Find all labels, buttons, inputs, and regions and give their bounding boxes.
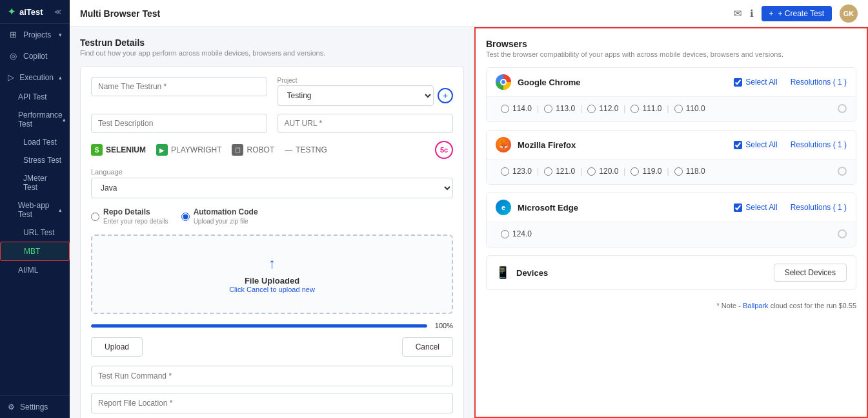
panel-title: Testrun Details xyxy=(80,37,464,48)
firefox-custom-radio[interactable] xyxy=(838,167,847,176)
sidebar-item-copilot[interactable]: ◎ Copilot xyxy=(0,45,70,67)
sidebar-item-jmeter-test[interactable]: JMeter Test xyxy=(0,169,70,196)
project-label: Project xyxy=(278,77,454,84)
edge-card: e Microsoft Edge Select All Resolutions … xyxy=(486,193,856,247)
desc-url-row xyxy=(91,114,453,133)
firefox-header: 🦊 Mozilla Firefox Select All Resolutions… xyxy=(487,131,856,159)
chrome-select-all[interactable]: Select All xyxy=(734,78,777,87)
left-panel: Testrun Details Find out how your app pe… xyxy=(70,27,474,418)
sidebar-logo: ✦ aiTest ≪ xyxy=(0,0,70,24)
sidebar-item-execution[interactable]: ▷ Execution ▴ xyxy=(0,67,70,88)
chrome-logo xyxy=(496,74,511,90)
testng-label: TESTNG xyxy=(296,145,327,154)
name-project-row: Project Testing + xyxy=(91,77,453,106)
version-item: 123.0 xyxy=(496,165,537,178)
progress-bar-fill xyxy=(91,324,427,328)
firefox-resolutions-link[interactable]: Resolutions ( 1 ) xyxy=(791,140,847,149)
right-panel: Browsers Test the browser compatibility … xyxy=(474,27,868,418)
topbar: Multi Browser Test ✉ ℹ + + Create Test G… xyxy=(70,0,868,27)
language-select[interactable]: Java xyxy=(91,178,453,198)
edge-name: Microsoft Edge xyxy=(518,203,727,213)
sidebar-collapse-icon[interactable]: ≪ xyxy=(54,8,62,16)
sidebar-item-projects[interactable]: ⊞ Projects ▾ xyxy=(0,24,70,45)
chevron-icon: ▾ xyxy=(59,32,62,38)
create-test-button[interactable]: + + Create Test xyxy=(762,6,833,21)
execution-icon: ▷ xyxy=(8,72,14,82)
sidebar-item-performance-test[interactable]: Performance Test ▴ xyxy=(0,106,70,133)
selenium-icon: S xyxy=(91,144,103,156)
add-project-button[interactable]: + xyxy=(438,88,453,103)
version-item: 119.0 xyxy=(625,165,667,178)
upload-icon: ↑ xyxy=(105,255,439,272)
ballpark-link[interactable]: Ballpark xyxy=(743,302,769,309)
code-source-radio-row: Repo Details Enter your repo details Aut… xyxy=(91,207,453,225)
sidebar: ✦ aiTest ≪ ⊞ Projects ▾ ◎ Copilot ▷ Exec… xyxy=(0,0,70,418)
desc-group xyxy=(91,114,267,133)
tab-robot[interactable]: ☐ ROBOT xyxy=(232,141,274,158)
sidebar-item-mbt[interactable]: MBT xyxy=(0,242,70,261)
edge-custom-radio[interactable] xyxy=(838,229,847,238)
framework-tabs: S SELENIUM ▶ PLAYWRIGHT ☐ ROBOT — TESTNG xyxy=(91,141,453,159)
chrome-versions: 114.0 | 113.0 | 112.0 | 111.0 | 110.0 xyxy=(487,96,856,121)
chevron-icon: ▴ xyxy=(59,207,62,213)
tab-testng[interactable]: — TESTNG xyxy=(285,143,327,157)
chevron-icon: ▴ xyxy=(63,116,66,123)
language-group: Language Java xyxy=(91,168,453,198)
automation-code-radio[interactable] xyxy=(181,213,190,221)
upload-subtitle[interactable]: Click Cancel to upload new xyxy=(105,286,439,293)
edge-logo: e xyxy=(496,200,511,215)
edge-header: e Microsoft Edge Select All Resolutions … xyxy=(487,193,856,222)
mail-icon[interactable]: ✉ xyxy=(734,8,742,19)
sidebar-item-ai-ml[interactable]: AI/ML xyxy=(0,261,70,279)
upload-button[interactable]: Upload xyxy=(91,337,143,357)
project-select-wrapper: Testing + xyxy=(278,85,454,106)
edge-resolutions-link[interactable]: Resolutions ( 1 ) xyxy=(791,203,847,212)
firefox-logo: 🦊 xyxy=(496,137,511,152)
select-devices-button[interactable]: Select Devices xyxy=(774,264,847,282)
repo-details-radio[interactable] xyxy=(91,213,99,221)
devices-label: Devices xyxy=(516,268,767,278)
url-input[interactable] xyxy=(278,114,454,133)
step-5c-badge: 5c xyxy=(435,141,453,159)
edge-versions: 124.0 xyxy=(487,222,856,247)
firefox-name: Mozilla Firefox xyxy=(518,140,727,150)
project-group: Project Testing + xyxy=(278,77,454,106)
automation-code-option[interactable]: Automation Code Upload your zip file xyxy=(181,207,258,225)
edge-select-all[interactable]: Select All xyxy=(734,203,777,212)
progress-bar-background xyxy=(91,324,427,328)
test-run-command-input[interactable] xyxy=(91,366,453,386)
sidebar-item-label: Copilot xyxy=(23,52,47,61)
selenium-label: SELENIUM xyxy=(106,145,146,154)
testng-dash: — xyxy=(285,145,292,154)
chrome-custom-radio[interactable] xyxy=(838,104,847,113)
chrome-resolutions-link[interactable]: Resolutions ( 1 ) xyxy=(791,78,847,87)
tab-selenium[interactable]: S SELENIUM xyxy=(91,141,146,158)
repo-details-option[interactable]: Repo Details Enter your repo details xyxy=(91,207,168,225)
description-input[interactable] xyxy=(91,114,267,133)
repo-details-sub: Enter your repo details xyxy=(103,218,168,225)
content-area: Testrun Details Find out how your app pe… xyxy=(70,27,868,418)
topbar-title: Multi Browser Test xyxy=(80,8,727,19)
cancel-upload-button[interactable]: Cancel xyxy=(402,337,453,357)
language-label: Language xyxy=(91,168,453,176)
project-select[interactable]: Testing xyxy=(278,85,434,106)
report-file-location-input[interactable] xyxy=(91,393,453,413)
firefox-select-all[interactable]: Select All xyxy=(734,140,777,149)
version-item: 110.0 xyxy=(669,102,711,115)
robot-label: ROBOT xyxy=(247,145,274,154)
chrome-name: Google Chrome xyxy=(518,78,727,87)
browsers-subtitle: Test the browser compatibility of your a… xyxy=(486,50,856,58)
sidebar-item-webapp-test[interactable]: Web-app Test ▴ xyxy=(0,196,70,224)
name-group xyxy=(91,77,267,106)
sidebar-item-settings[interactable]: ⚙ Settings xyxy=(0,395,70,418)
version-item: 114.0 xyxy=(496,102,537,115)
info-icon[interactable]: ℹ xyxy=(750,8,754,19)
sidebar-item-api-test[interactable]: API Test xyxy=(0,88,70,106)
name-input[interactable] xyxy=(91,77,267,96)
tab-playwright[interactable]: ▶ PLAYWRIGHT xyxy=(156,141,221,158)
user-avatar[interactable]: GK xyxy=(840,5,858,23)
sidebar-item-stress-test[interactable]: Stress Test xyxy=(0,151,70,169)
sidebar-item-url-test[interactable]: URL Test xyxy=(0,224,70,242)
sidebar-item-load-test[interactable]: Load Test xyxy=(0,133,70,151)
upload-area[interactable]: ↑ File Uploaded Click Cancel to upload n… xyxy=(91,235,453,314)
